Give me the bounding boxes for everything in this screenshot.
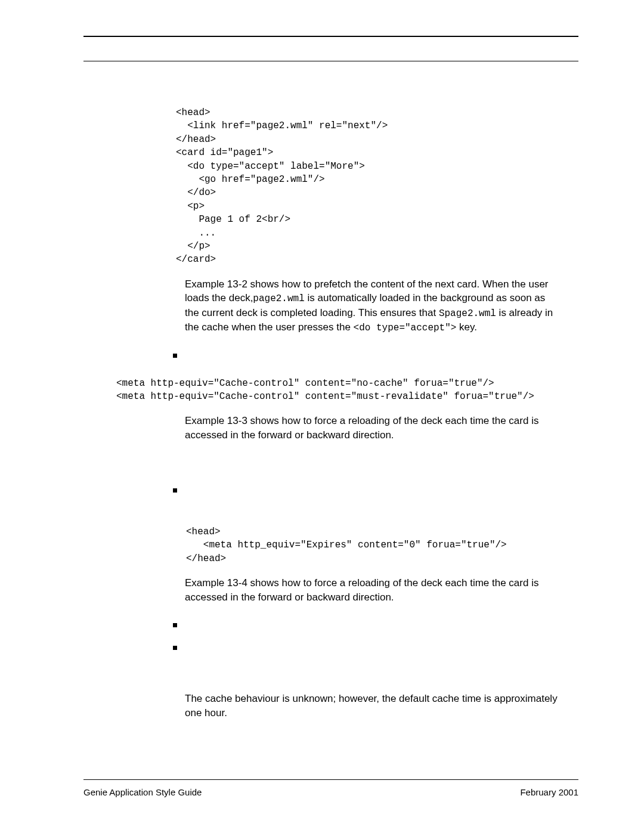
square-bullet-icon bbox=[173, 646, 177, 650]
square-bullet-icon bbox=[173, 354, 177, 358]
footer-rule bbox=[83, 779, 578, 780]
header-rule bbox=[83, 36, 578, 37]
inline-code: page2.wml bbox=[253, 293, 304, 304]
paragraph-example-13-4: Example 13-4 shows how to force a reload… bbox=[185, 576, 561, 605]
square-bullet-icon bbox=[173, 488, 177, 493]
bullet-item bbox=[173, 642, 578, 650]
code-example-13-4: <head> <meta http_equiv="Expires" conten… bbox=[186, 525, 578, 565]
square-bullet-icon bbox=[173, 623, 177, 627]
text-segment: key. bbox=[456, 321, 477, 333]
inline-code: <do type="accept"> bbox=[354, 323, 457, 333]
bullet-item bbox=[173, 484, 578, 493]
code-example-13-3: <meta http-equiv="Cache-control" content… bbox=[116, 377, 578, 404]
page-footer: Genie Application Style Guide February 2… bbox=[83, 779, 578, 797]
code-example-13-2: <head> <link href="page2.wml" rel="next"… bbox=[176, 106, 578, 267]
bullet-item bbox=[173, 349, 578, 358]
sub-header-rule bbox=[83, 61, 578, 61]
paragraph-example-13-2: Example 13-2 shows how to prefetch the c… bbox=[185, 277, 561, 335]
bullet-item bbox=[173, 619, 578, 627]
inline-code: Spage2.wml bbox=[439, 308, 496, 319]
paragraph-example-13-3: Example 13-3 shows how to force a reload… bbox=[185, 414, 561, 442]
paragraph-cache-behaviour: The cache behaviour is unknown; however,… bbox=[185, 692, 561, 720]
footer-date: February 2001 bbox=[520, 787, 578, 797]
footer-doc-title: Genie Application Style Guide bbox=[83, 787, 202, 797]
